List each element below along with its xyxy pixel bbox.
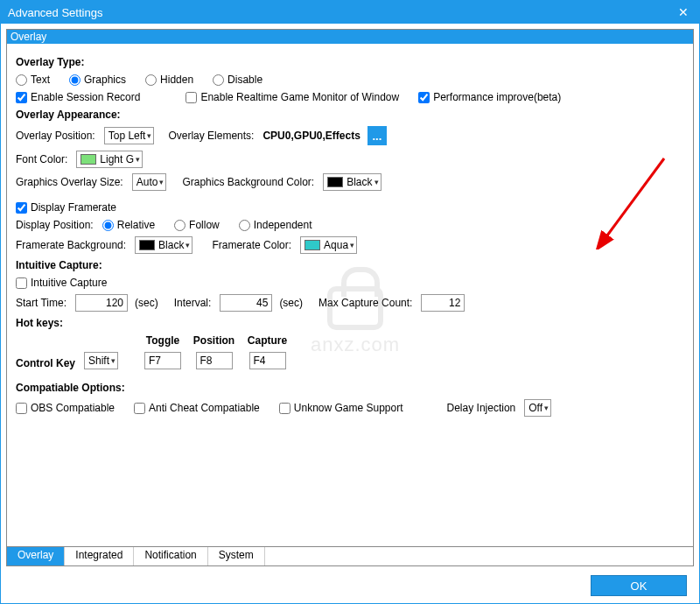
chevron-down-icon: ▾ <box>159 178 164 186</box>
hotkey-toggle-input[interactable] <box>144 352 181 369</box>
frbg-swatch <box>139 240 155 250</box>
col-position: Position <box>190 334 238 347</box>
frbg-label: Framerate Background: <box>16 239 126 251</box>
compat-title: Compatiable Options: <box>16 382 684 394</box>
appearance-row1: Overlay Position: Top Left▾ Overlay Elem… <box>16 126 684 145</box>
overlay-panel: Overlay Overlay Type: Text Graphics Hidd… <box>6 29 694 547</box>
frcolor-label: Framerate Color: <box>212 239 291 251</box>
display-position-label: Display Position: <box>16 219 94 231</box>
chevron-down-icon: ▾ <box>350 241 354 249</box>
elements-value: CPU0,GPU0,Effects <box>262 130 360 142</box>
hotkeys-row: Control Key Shift▾ Toggle Position Captu… <box>16 334 684 369</box>
hotkey-grid: Toggle Position Capture <box>141 334 291 369</box>
col-capture: Capture <box>243 334 291 347</box>
overlay-type-checks: Enable Session Record Enable Realtime Ga… <box>16 91 684 103</box>
tab-system[interactable]: System <box>208 547 265 565</box>
radio-independent[interactable]: Independent <box>239 219 312 231</box>
overlay-type-row: Text Graphics Hidden Disable <box>16 74 684 86</box>
col-toggle: Toggle <box>141 334 185 347</box>
fontcolor-swatch <box>80 154 96 165</box>
display-framerate-row: Display Framerate <box>16 201 684 214</box>
gbg-select[interactable]: Black▾ <box>323 173 381 191</box>
gsize-row: Graphics Overlay Size: Auto▾ Graphics Ba… <box>16 173 684 191</box>
fontcolor-row: Font Color: Light G▾ <box>16 151 684 168</box>
frbg-select[interactable]: Black▾ <box>135 236 192 254</box>
radio-text[interactable]: Text <box>16 74 50 86</box>
settings-window: Advanced Settings ✕ Overlay Overlay Type… <box>0 0 700 604</box>
elements-more-button[interactable]: ... <box>368 126 387 145</box>
chevron-down-icon: ▾ <box>111 356 116 365</box>
tab-notification[interactable]: Notification <box>134 547 207 565</box>
interval-label: Interval: <box>174 297 212 309</box>
tab-overlay[interactable]: Overlay <box>7 547 65 565</box>
close-icon[interactable]: ✕ <box>673 5 694 19</box>
fontcolor-label: Font Color: <box>16 153 67 165</box>
gsize-select[interactable]: Auto▾ <box>132 173 167 191</box>
start-time-input[interactable] <box>75 294 128 312</box>
check-intuitive-capture[interactable]: Intuitive Capture <box>16 277 107 289</box>
tab-integrated[interactable]: Integrated <box>65 547 134 565</box>
capture-title: Intuitive Capture: <box>16 259 684 271</box>
capture-values-row: Start Time: (sec) Interval: (sec) Max Ca… <box>16 294 684 312</box>
content-area: Overlay Overlay Type: Text Graphics Hidd… <box>1 24 699 603</box>
delay-label: Delay Injection <box>447 402 516 414</box>
controlkey-label: Control Key <box>16 357 75 369</box>
chevron-down-icon: ▾ <box>136 155 140 164</box>
delay-select[interactable]: Off▾ <box>524 399 551 417</box>
hotkey-position-input[interactable] <box>196 352 233 369</box>
gbg-label: Graphics Background Color: <box>182 176 314 188</box>
check-unknown-game[interactable]: Unknow Game Support <box>279 402 403 414</box>
hotkey-capture-input[interactable] <box>249 352 286 369</box>
check-realtime-monitor[interactable]: Enable Realtime Game Monitor of Window <box>186 91 399 103</box>
frcolor-swatch <box>304 240 320 250</box>
panel-title: Overlay <box>7 30 693 44</box>
maxcount-input[interactable] <box>421 294 465 312</box>
hotkeys-title: Hot keys: <box>16 317 684 329</box>
ok-button[interactable]: OK <box>591 575 687 596</box>
overlay-type-title: Overlay Type: <box>16 56 684 68</box>
gbg-swatch <box>327 177 343 187</box>
radio-relative[interactable]: Relative <box>102 219 155 231</box>
controlkey-select[interactable]: Shift▾ <box>84 352 118 369</box>
interval-unit: (sec) <box>279 297 303 309</box>
check-session-record[interactable]: Enable Session Record <box>16 91 140 103</box>
gsize-label: Graphics Overlay Size: <box>16 176 123 188</box>
framerate-colors-row: Framerate Background: Black▾ Framerate C… <box>16 236 684 254</box>
start-unit: (sec) <box>135 297 158 309</box>
check-anticheat[interactable]: Anti Cheat Compatiable <box>134 402 260 414</box>
compat-row: OBS Compatiable Anti Cheat Compatiable U… <box>16 399 684 417</box>
window-title: Advanced Settings <box>8 6 673 19</box>
radio-disable[interactable]: Disable <box>213 74 262 86</box>
titlebar: Advanced Settings ✕ <box>1 1 699 24</box>
tab-bar: Overlay Integrated Notification System <box>6 547 694 566</box>
position-label: Overlay Position: <box>16 130 95 142</box>
radio-follow[interactable]: Follow <box>174 219 220 231</box>
check-obs[interactable]: OBS Compatiable <box>16 402 115 414</box>
check-perf-improve[interactable]: Performance improve(beta) <box>418 91 561 103</box>
overlay-position-select[interactable]: Top Left▾ <box>104 127 155 144</box>
elements-label: Overlay Elements: <box>168 130 254 142</box>
start-label: Start Time: <box>16 297 66 309</box>
maxcount-label: Max Capture Count: <box>318 297 412 309</box>
radio-graphics[interactable]: Graphics <box>69 74 126 86</box>
display-position-row: Display Position: Relative Follow Indepe… <box>16 219 684 231</box>
frcolor-select[interactable]: Aqua▾ <box>300 236 357 254</box>
chevron-down-icon: ▾ <box>544 404 549 412</box>
interval-input[interactable] <box>220 294 272 312</box>
chevron-down-icon: ▾ <box>147 131 151 140</box>
chevron-down-icon: ▾ <box>374 178 379 186</box>
fontcolor-select[interactable]: Light G▾ <box>76 151 143 168</box>
chevron-down-icon: ▾ <box>186 241 190 249</box>
footer: OK <box>6 566 694 598</box>
appearance-title: Overlay Appearance: <box>16 109 684 121</box>
panel-body: Overlay Type: Text Graphics Hidden Disab… <box>7 44 693 546</box>
capture-enable-row: Intuitive Capture <box>16 277 684 289</box>
check-display-framerate[interactable]: Display Framerate <box>16 201 116 214</box>
radio-hidden[interactable]: Hidden <box>145 74 193 86</box>
